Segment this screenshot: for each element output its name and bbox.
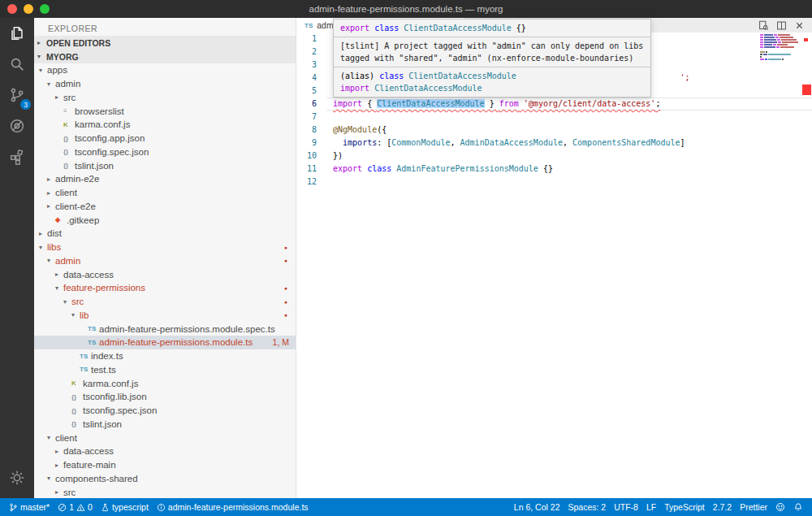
- indentation-status-item[interactable]: Spaces: 2: [564, 498, 610, 516]
- split-editor-icon[interactable]: [776, 20, 787, 31]
- code-line-8[interactable]: 8@NgModule({: [296, 124, 812, 137]
- code-token: ';: [680, 73, 689, 82]
- code-editor[interactable]: 1234 ';56import { ClientDataAccessModule…: [296, 33, 812, 498]
- line-number: 6: [296, 98, 326, 111]
- file-tsconfig.lib.json[interactable]: {}tsconfig.lib.json: [34, 390, 296, 404]
- folder-src[interactable]: ▸src: [34, 485, 296, 498]
- activity-debug-button[interactable]: [0, 111, 34, 141]
- file-admin-feature-permissions.module.ts[interactable]: TSadmin-feature-permissions.module.ts1, …: [34, 336, 296, 349]
- code-token: import: [333, 99, 362, 108]
- status-text: Prettier: [740, 502, 767, 512]
- activity-settings-button[interactable]: [0, 462, 34, 493]
- file-test.ts[interactable]: TStest.ts: [34, 363, 296, 377]
- open-changes-icon[interactable]: [758, 20, 769, 31]
- tree-item-label: feature-permissions: [63, 283, 145, 293]
- tree-item-label: tslint.json: [83, 419, 122, 429]
- karma-file-icon: K: [63, 121, 75, 128]
- hover-alias-line: (alias) class ClientDataAccessModule: [340, 70, 644, 82]
- typescript-version-status-item[interactable]: 2.7.2: [709, 498, 736, 516]
- folder-src[interactable]: ▾src●: [34, 295, 296, 309]
- chevron-right-icon: ▸: [55, 488, 63, 496]
- tree-item-label: browserslist: [75, 106, 124, 116]
- hover-import-line: import ClientDataAccessModule: [340, 82, 644, 94]
- folder-dist[interactable]: ▸dist: [34, 227, 296, 241]
- file-karma.conf.js[interactable]: Kkarma.conf.js: [34, 118, 296, 132]
- folder-admin-e2e[interactable]: ▸admin-e2e: [34, 172, 296, 186]
- code-token: ({: [377, 125, 387, 134]
- status-text: typescript: [112, 502, 149, 512]
- status-text: master*: [20, 502, 50, 512]
- error-overview-marker: [804, 38, 808, 41]
- code-token: }: [485, 99, 499, 108]
- typescript-status-status-item[interactable]: typescript: [97, 498, 153, 516]
- folder-components-shared[interactable]: ▾components-shared: [34, 472, 296, 486]
- language-mode-status-item[interactable]: TypeScript: [660, 498, 709, 516]
- line-ending-status-item[interactable]: LF: [642, 498, 660, 516]
- scm-pending-badge: 3: [20, 99, 31, 110]
- folder-data-access[interactable]: ▸data-access: [34, 267, 296, 281]
- problems-status-item[interactable]: 10: [54, 498, 97, 516]
- activity-search-button[interactable]: [0, 49, 34, 80]
- chevron-down-icon: ▾: [47, 475, 55, 482]
- cursor-position-status-item[interactable]: Ln 6, Col 22: [510, 498, 564, 516]
- file-tslint.json[interactable]: {}tslint.json: [34, 158, 296, 172]
- prettier-status-item[interactable]: Prettier: [736, 498, 771, 516]
- folder-libs[interactable]: ▾libs●: [34, 241, 296, 254]
- section-workspace[interactable]: ▾ MYORG: [34, 50, 296, 63]
- code-token: {: [362, 99, 377, 108]
- folder-src[interactable]: ▸src: [34, 91, 296, 105]
- folder-apps[interactable]: ▾apps: [34, 63, 296, 77]
- explorer-sidebar: EXPLORER ▸ OPEN EDITORS ▾ MYORG ▾apps▾ad…: [34, 18, 296, 498]
- folder-client[interactable]: ▾client: [34, 431, 296, 444]
- code-line-12[interactable]: 12: [296, 176, 812, 189]
- file-tsconfig.app.json[interactable]: {}tsconfig.app.json: [34, 132, 296, 145]
- folder-admin[interactable]: ▾admin●: [34, 254, 296, 268]
- folder-admin[interactable]: ▾admin: [34, 77, 296, 91]
- line-number: 1: [296, 33, 326, 46]
- activity-explorer-button[interactable]: [0, 18, 34, 49]
- chevron-down-icon: ▾: [55, 284, 63, 292]
- folder-feature-main[interactable]: ▸feature-main: [34, 458, 296, 472]
- activity-source-control-button[interactable]: 3: [0, 80, 34, 111]
- chevron-down-icon: ▾: [39, 67, 47, 74]
- activity-extensions-button[interactable]: [0, 141, 34, 172]
- code-line-9[interactable]: 9 imports: [CommonModule, AdminDataAcces…: [296, 137, 812, 150]
- file-karma.conf.js[interactable]: Kkarma.conf.js: [34, 376, 296, 390]
- ts-file-icon: TS: [80, 353, 91, 360]
- chevron-right-icon: ▸: [55, 448, 63, 455]
- tree-item-label: apps: [47, 65, 67, 75]
- git-branch-status-item[interactable]: master*: [5, 498, 54, 516]
- file-browserslist[interactable]: ≡browserslist: [34, 104, 296, 118]
- folder-client[interactable]: ▸client: [34, 186, 296, 200]
- code-line-11[interactable]: 11export class AdminFeaturePermissionsMo…: [296, 163, 812, 176]
- chevron-right-icon: ▸: [55, 271, 63, 278]
- folder-feature-permissions[interactable]: ▾feature-permissions●: [34, 281, 296, 295]
- file-admin-feature-permissions.module.spec.ts[interactable]: TSadmin-feature-permissions.module.spec.…: [34, 322, 296, 336]
- folder-client-e2e[interactable]: ▸client-e2e: [34, 200, 296, 214]
- feedback-status-item[interactable]: [771, 498, 789, 516]
- file-.gitkeep[interactable]: ◆.gitkeep: [34, 213, 296, 227]
- status-text: LF: [646, 502, 656, 512]
- tree-item-label: data-access: [63, 270, 114, 280]
- tree-item-label: tsconfig.lib.json: [83, 392, 147, 401]
- code-token: ,: [451, 138, 460, 147]
- section-label: OPEN EDITORS: [46, 38, 110, 48]
- explorer-icon: [8, 24, 26, 42]
- section-label: MYORG: [46, 52, 79, 62]
- code-line-7[interactable]: 7: [296, 111, 812, 124]
- section-open-editors[interactable]: ▸ OPEN EDITORS: [34, 36, 296, 50]
- tree-item-label: admin: [55, 79, 80, 89]
- code-line-6[interactable]: 6import { ClientDataAccessModule } from …: [296, 98, 812, 111]
- minimap[interactable]: [760, 34, 801, 63]
- notifications-status-item[interactable]: [789, 498, 807, 516]
- file-tsconfig.spec.json[interactable]: {}tsconfig.spec.json: [34, 145, 296, 159]
- encoding-status-item[interactable]: UTF-8: [610, 498, 642, 516]
- folder-lib[interactable]: ▾lib●: [34, 309, 296, 323]
- overview-ruler[interactable]: [802, 18, 812, 498]
- file-info-status-item[interactable]: admin-feature-permissions.module.ts: [153, 498, 313, 516]
- folder-data-access[interactable]: ▸data-access: [34, 444, 296, 458]
- file-index.ts[interactable]: TSindex.ts: [34, 349, 296, 363]
- file-tslint.json[interactable]: {}tslint.json: [34, 418, 296, 431]
- file-tsconfig.spec.json[interactable]: {}tsconfig.spec.json: [34, 404, 296, 418]
- code-line-10[interactable]: 10}): [296, 150, 812, 163]
